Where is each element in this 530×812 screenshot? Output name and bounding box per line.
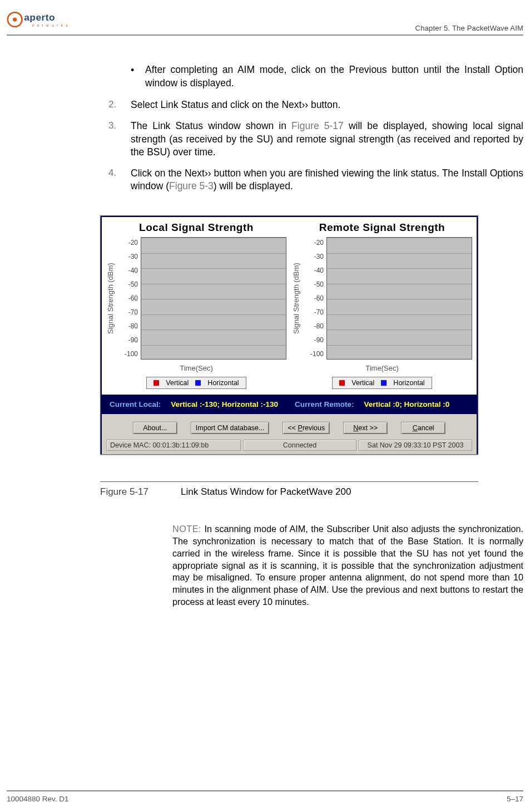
x-axis-label: Time(Sec) xyxy=(106,364,286,372)
charts-panel: Local Signal Strength Signal Strength (d… xyxy=(102,217,477,395)
figure-link[interactable]: Figure 5-3 xyxy=(169,180,214,191)
figure-number: Figure 5-17 xyxy=(100,486,181,498)
legend-label: Horizontal xyxy=(393,379,424,387)
legend-swatch-blue-icon xyxy=(381,380,387,386)
figure-caption: Figure 5-17 Link Status Window for Packe… xyxy=(100,486,478,498)
y-ticks: -20 -30 -40 -50 -60 -70 -80 -90 -100 xyxy=(120,238,138,359)
legend: Vertical Horizontal xyxy=(146,377,246,389)
bullet-item: • After completing an AIM mode, click on… xyxy=(131,63,523,90)
timestamp: Sat Nov 29 09:33:10 PST 2003 xyxy=(359,440,472,451)
about-button[interactable]: About... xyxy=(133,422,177,434)
svg-text:n e t w o r k s: n e t w o r k s xyxy=(32,23,68,27)
legend-swatch-red-icon xyxy=(339,380,345,386)
x-axis-label: Time(Sec) xyxy=(292,364,472,372)
logo-text: aperto xyxy=(24,12,55,23)
legend-label: Vertical xyxy=(351,379,374,387)
step-number: 2. xyxy=(108,99,131,112)
y-axis-label: Signal Strength (dBm) xyxy=(292,237,302,360)
step-number: 4. xyxy=(108,167,131,193)
legend-swatch-red-icon xyxy=(153,380,159,386)
cancel-button[interactable]: Cancel xyxy=(401,422,445,434)
figure-link[interactable]: Figure 5-17 xyxy=(291,120,344,131)
status-bar: Current Local: Vertical :-130; Horizonta… xyxy=(102,395,477,414)
button-row: About... Import CM database... << Previo… xyxy=(106,420,472,440)
y-axis-label: Signal Strength (dBm) xyxy=(106,237,116,360)
figure-screenshot: Local Signal Strength Signal Strength (d… xyxy=(100,215,478,498)
next-button[interactable]: Next >> xyxy=(343,422,388,434)
bullet-icon: • xyxy=(131,63,145,90)
legend-label: Horizontal xyxy=(207,379,239,387)
page-content: • After completing an AIM mode, click on… xyxy=(6,36,524,608)
svg-point-1 xyxy=(13,17,17,21)
note: NOTE: In scanning mode of AIM, the Subsc… xyxy=(172,523,523,608)
page-header: aperto n e t w o r k s Chapter 5. The Pa… xyxy=(7,10,523,36)
logo: aperto n e t w o r k s xyxy=(7,10,68,32)
app-window: Local Signal Strength Signal Strength (d… xyxy=(100,215,478,455)
step-number: 3. xyxy=(108,120,131,159)
device-mac: Device MAC: 00:01:3b:11:09:bb xyxy=(106,440,241,451)
note-text: In scanning mode of AIM, the Subscriber … xyxy=(172,524,523,607)
note-lead: NOTE: xyxy=(172,524,201,534)
list-item: 3. The Link Status window shown in Figur… xyxy=(108,120,523,159)
bullet-text: After completing an AIM mode, click on t… xyxy=(145,63,523,90)
list-item: 4. Click on the Next›› button when you a… xyxy=(108,167,523,193)
chart-remote: Remote Signal Strength Signal Strength (… xyxy=(292,222,472,389)
legend-label: Vertical xyxy=(166,379,189,387)
page-footer: 10004880 Rev. D1 5–17 xyxy=(7,790,523,803)
current-remote-label: Current Remote: xyxy=(295,400,354,409)
info-row: Device MAC: 00:01:3b:11:09:bb Connected … xyxy=(106,440,472,453)
connection-status: Connected xyxy=(243,440,356,451)
import-button[interactable]: Import CM database... xyxy=(191,422,270,434)
list-item: 2. Select Link Status and click on the N… xyxy=(108,99,523,112)
dialog-footer: About... Import CM database... << Previo… xyxy=(102,414,477,454)
current-remote-value: Vertical :0; Horizontal :0 xyxy=(364,400,450,409)
y-ticks: -20 -30 -40 -50 -60 -70 -80 -90 -100 xyxy=(306,238,324,359)
doc-revision: 10004880 Rev. D1 xyxy=(7,795,69,803)
figure-rule xyxy=(100,481,478,482)
step-text: The Link Status window shown in Figure 5… xyxy=(131,120,523,159)
chart-title: Local Signal Strength xyxy=(106,222,286,234)
step-text: Click on the Next›› button when you are … xyxy=(131,167,523,193)
figure-title: Link Status Window for PacketWave 200 xyxy=(181,486,351,498)
chapter-label: Chapter 5. The PacketWave AIM xyxy=(415,24,523,32)
plot-area: -20 -30 -40 -50 -60 -70 -80 -90 -100 xyxy=(326,237,472,360)
previous-button[interactable]: << Previous xyxy=(283,422,330,434)
page-number: 5–17 xyxy=(507,795,523,803)
step-text: Select Link Status and click on the Next… xyxy=(131,99,340,112)
current-local-label: Current Local: xyxy=(110,400,161,409)
chart-title: Remote Signal Strength xyxy=(292,222,472,234)
legend-swatch-blue-icon xyxy=(195,380,201,386)
plot-area: -20 -30 -40 -50 -60 -70 -80 -90 -100 xyxy=(141,237,286,360)
chart-local: Local Signal Strength Signal Strength (d… xyxy=(106,222,286,389)
current-local-value: Vertical :-130; Horizontal :-130 xyxy=(171,400,278,409)
legend: Vertical Horizontal xyxy=(332,377,432,389)
